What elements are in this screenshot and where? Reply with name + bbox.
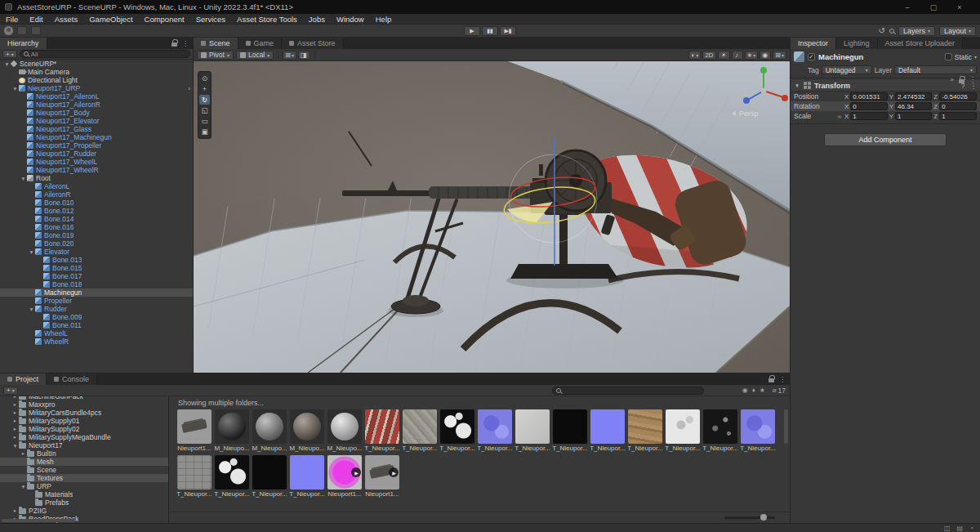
asset-item[interactable]: ▶ T_Nieupor... — [477, 409, 513, 452]
expand-arrow-icon[interactable]: ▸ — [11, 396, 19, 400]
folder-item[interactable]: ▸ MilitarySupply01 — [0, 417, 168, 425]
hierarchy-item[interactable]: Bone.013 — [0, 256, 193, 264]
hierarchy-item[interactable]: Bone.017 — [0, 272, 193, 280]
panel-menu-icon[interactable]: ⋮ — [969, 76, 976, 83]
tab-hierarchy[interactable]: Hierarchy — [0, 38, 47, 49]
object-name[interactable]: Machinegun — [818, 52, 942, 61]
account-icon[interactable] — [4, 26, 13, 35]
expand-arrow-icon[interactable]: ▸ — [11, 418, 19, 424]
view-tool[interactable]: ⊙ — [199, 74, 210, 83]
z-value-field[interactable]: -0.54026 — [939, 92, 977, 101]
static-checkbox[interactable] — [945, 53, 952, 60]
shading-mode-icon[interactable]: ◐▾ — [688, 51, 701, 60]
hierarchy-item[interactable]: WheelL — [0, 329, 193, 338]
scene-view-tab[interactable]: Asset Store — [282, 38, 344, 49]
play-button[interactable]: ▶ — [464, 26, 480, 36]
scale-tool[interactable]: ◱ — [199, 105, 210, 115]
hierarchy-item[interactable]: Machinegun — [0, 288, 193, 297]
hierarchy-item[interactable]: Nieuport17_Propeller — [0, 141, 193, 150]
menu-item[interactable]: Jobs — [303, 14, 331, 25]
menu-item[interactable]: Help — [370, 14, 398, 25]
asset-item[interactable]: ▶ Nieuport1... — [364, 455, 400, 498]
menu-item[interactable]: Component — [139, 14, 190, 25]
folder-item[interactable]: ▸ MilitarySupplyMegaBundle — [0, 433, 168, 441]
folder-item[interactable]: Textures — [0, 474, 168, 482]
z-value-field[interactable]: 0 — [939, 102, 977, 110]
scene-viewport[interactable]: ⊙ + ↻ ◱ ▭ ▣ — [194, 61, 790, 373]
hierarchy-item[interactable]: ▼ Rudder — [0, 305, 193, 313]
asset-item[interactable]: ▶ M_Nieupo... — [252, 409, 287, 452]
expand-arrow-icon[interactable]: ▼ — [28, 249, 35, 255]
lock-icon[interactable] — [959, 79, 964, 83]
folder-item[interactable]: Mesh — [0, 458, 168, 466]
hierarchy-item[interactable]: AileronL — [0, 182, 193, 190]
chevron-down-icon[interactable]: ▾ — [974, 54, 977, 60]
cloud-services-icon[interactable] — [17, 26, 27, 35]
hierarchy-item[interactable]: Bone.018 — [0, 280, 193, 288]
project-search-input[interactable] — [552, 387, 704, 395]
activity-window-icon[interactable]: ▤ — [957, 525, 964, 532]
z-value-field[interactable]: 1 — [939, 112, 977, 120]
asset-item[interactable]: ▶ T_Nieupor... — [402, 409, 438, 452]
expand-arrow-icon[interactable]: ▸ — [11, 426, 19, 432]
hierarchy-item[interactable]: ▼ Root — [0, 174, 193, 182]
asset-item[interactable]: ▶ T_Nieupor... — [176, 455, 212, 498]
expand-arrow-icon[interactable]: ▸ — [11, 401, 19, 408]
folder-item[interactable]: Prefabs — [0, 498, 168, 507]
search-icon[interactable] — [889, 29, 894, 34]
hierarchy-item[interactable]: Bone.012 — [0, 207, 193, 215]
expand-arrow-icon[interactable]: ▼ — [11, 443, 19, 449]
pause-button[interactable]: ▮▮ — [482, 26, 498, 36]
search-by-label-icon[interactable]: ♦ — [752, 387, 755, 394]
more-tabs-icon[interactable]: » — [951, 76, 954, 83]
project-panel-tab[interactable]: Console — [47, 373, 97, 385]
menu-item[interactable]: Assets — [49, 14, 84, 25]
close-button[interactable]: × — [952, 3, 967, 11]
menu-item[interactable]: Window — [331, 14, 370, 25]
grid-snap-icon[interactable]: ⊞▾ — [283, 51, 296, 60]
folder-item[interactable]: ▸ Maxxpro — [0, 400, 168, 409]
create-object-button[interactable]: +▾ — [2, 50, 17, 58]
menu-item[interactable]: File — [0, 14, 24, 25]
folder-item[interactable]: ▼ URP — [0, 482, 168, 490]
folder-item[interactable]: ▼ Nieuport17 — [0, 441, 168, 449]
x-value-field[interactable]: 0.001531 — [850, 92, 887, 101]
asset-item[interactable]: ▶ M_Nieupo... — [327, 409, 363, 452]
asset-item[interactable]: ▶ T_Nieupor... — [552, 409, 588, 452]
background-progress-icon[interactable]: ◔ — [969, 525, 973, 532]
hidden-packages-toggle[interactable]: ⌀ 17 — [773, 387, 786, 395]
expand-arrow-icon[interactable]: ▼ — [20, 176, 27, 181]
hierarchy-item[interactable]: Bone.011 — [0, 321, 193, 329]
rotate-tool[interactable]: ↻ — [199, 95, 210, 105]
expand-arrow-icon[interactable]: ▸ — [20, 450, 27, 457]
asset-item[interactable]: ▶ T_Nieupor... — [702, 409, 738, 452]
hierarchy-item[interactable]: Propeller — [0, 297, 193, 305]
asset-item[interactable]: ▶ T_Nieupor... — [590, 409, 626, 452]
asset-item[interactable]: ▶ T_Nieupor... — [665, 409, 701, 452]
expand-arrow-icon[interactable]: ▼ — [20, 484, 27, 490]
layout-dropdown[interactable]: Layout▾ — [939, 26, 976, 36]
rect-tool[interactable]: ▭ — [199, 116, 210, 126]
folder-item[interactable]: ▸ PZIIG — [0, 507, 168, 515]
scene-visibility-toggle[interactable]: ◉ — [760, 51, 771, 60]
foldout-arrow-icon[interactable]: ▼ — [794, 83, 800, 88]
folder-item[interactable]: ▸ MilitarySupply02 — [0, 425, 168, 433]
create-asset-button[interactable]: +▾ — [3, 387, 18, 395]
transform-row-label[interactable]: Scale — [794, 112, 835, 120]
effects-dropdown[interactable]: ∗▾ — [745, 51, 759, 60]
asset-item[interactable]: ▶ T_Nieupor... — [627, 409, 663, 452]
saved-search-icon[interactable]: ★ — [760, 387, 765, 394]
menu-item[interactable]: Services — [190, 14, 231, 25]
expand-arrow-icon[interactable]: ▸ — [11, 507, 19, 514]
lock-icon[interactable] — [172, 42, 177, 47]
hierarchy-item[interactable]: Nieuport17_Rudder — [0, 150, 193, 158]
vertical-scrollbar[interactable] — [784, 409, 788, 508]
add-component-button[interactable]: Add Component — [824, 133, 947, 146]
step-button[interactable]: ▶▮ — [500, 26, 516, 36]
hierarchy-item[interactable]: Bone.010 — [0, 199, 193, 207]
asset-item[interactable]: ▶ M_Nieupo... — [289, 409, 325, 452]
menu-item[interactable]: GameObject — [83, 14, 138, 25]
move-tool[interactable]: + — [199, 84, 210, 94]
expand-arrow-icon[interactable]: ▸ — [11, 434, 19, 440]
hierarchy-item[interactable]: ▼ SceneURP* — [0, 60, 193, 68]
